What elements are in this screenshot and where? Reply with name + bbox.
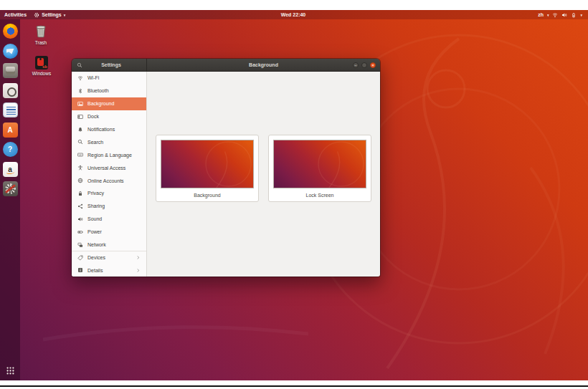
sidebar-title: Settings: [87, 62, 141, 67]
activities-button[interactable]: Activities: [4, 12, 27, 17]
gear-icon: [34, 12, 39, 18]
sidebar-item-bluetooth[interactable]: Bluetooth: [72, 85, 146, 97]
sidebar-item-search[interactable]: Search: [72, 135, 146, 148]
desktop-icon-trash[interactable]: Trash: [25, 23, 57, 45]
desktop-icon-label: Trash: [35, 40, 47, 45]
settings-window: Settings Background − × Wi-Fi Bluetooth: [72, 59, 380, 277]
chevron-right-icon: [136, 268, 141, 273]
settings-icon[interactable]: [3, 181, 18, 196]
sidebar-item-details[interactable]: Details: [72, 264, 146, 277]
page: Activities Settings ▾ Wed 22:40 zh ▾ ▾ A…: [0, 0, 588, 389]
power-icon: [77, 229, 83, 235]
sidebar-item-background[interactable]: Background: [72, 97, 146, 110]
preview-card-background[interactable]: Background: [156, 135, 259, 202]
sidebar-item-online-accounts[interactable]: Online Accounts: [72, 174, 146, 187]
wifi-icon: [552, 12, 558, 18]
desktop-icon-label: Windows: [32, 71, 51, 76]
network-icon: [77, 242, 83, 248]
search-icon[interactable]: [77, 62, 82, 68]
writer-icon[interactable]: [3, 102, 18, 117]
preview-label: Background: [194, 188, 220, 201]
desktop-wallpaper: Activities Settings ▾ Wed 22:40 zh ▾ ▾ A…: [0, 10, 588, 380]
thunderbird-icon[interactable]: [3, 44, 18, 59]
icon-badge: sb: [42, 64, 47, 69]
firefox-icon[interactable]: [3, 24, 18, 39]
separator-line: [0, 385, 588, 387]
chevron-down-icon: ▾: [64, 13, 66, 17]
sidebar-header: Settings: [72, 59, 147, 71]
wallpaper-preview: [273, 140, 366, 188]
top-bar: Activities Settings ▾ Wed 22:40 zh ▾ ▾: [0, 10, 588, 19]
sound-icon: [77, 216, 83, 222]
wallpaper-preview: [161, 140, 254, 188]
preview-card-lock-screen[interactable]: Lock Screen: [268, 135, 371, 202]
background-panel: Background Lock Screen: [147, 72, 380, 277]
sidebar-item-power[interactable]: Power: [72, 226, 146, 239]
volume-icon: [561, 12, 567, 18]
window-title: Background: [147, 62, 380, 67]
amazon-icon[interactable]: a: [3, 162, 18, 177]
chevron-down-icon: ▾: [547, 13, 549, 17]
sidebar-item-devices[interactable]: Devices: [72, 251, 146, 264]
chevron-down-icon: ▾: [580, 13, 582, 17]
trash-icon: [33, 23, 49, 39]
search-icon: [77, 139, 83, 145]
grid-icon: [6, 366, 15, 375]
rhythmbox-icon[interactable]: [3, 83, 18, 98]
files-icon[interactable]: [3, 63, 18, 78]
keyboard-icon: [77, 152, 83, 158]
privacy-icon: [77, 191, 83, 196]
sidebar-item-sharing[interactable]: Sharing: [72, 200, 146, 213]
sidebar-item-notifications[interactable]: Notifications: [72, 123, 146, 136]
ubuntu-software-icon[interactable]: A: [3, 123, 18, 138]
minimize-button[interactable]: −: [353, 62, 359, 68]
sidebar-item-wi-fi[interactable]: Wi-Fi: [72, 72, 146, 85]
sidebar-item-network[interactable]: Network: [72, 239, 146, 251]
share-icon: [77, 203, 83, 209]
details-icon: [77, 267, 83, 273]
preview-label: Lock Screen: [306, 188, 334, 201]
sidebar-item-region-language[interactable]: Region & Language: [72, 148, 146, 161]
dock: A?a: [0, 19, 20, 380]
sidebar-item-universal-access[interactable]: Universal Access: [72, 161, 146, 174]
windows-shortcut-icon: sb: [35, 56, 48, 69]
settings-sidebar: Wi-Fi Bluetooth Background Dock Notifica…: [72, 72, 147, 277]
dock-icon: [77, 114, 83, 120]
devices-icon: [77, 255, 83, 261]
chevron-right-icon: [136, 255, 141, 260]
sidebar-item-sound[interactable]: Sound: [72, 213, 146, 226]
access-icon: [77, 165, 83, 171]
wifi-icon: [77, 75, 83, 81]
bell-icon: [77, 127, 83, 133]
image-icon: [77, 101, 83, 107]
close-button[interactable]: ×: [370, 62, 376, 68]
sidebar-item-dock[interactable]: Dock: [72, 110, 146, 123]
titlebar[interactable]: Settings Background − ×: [72, 59, 380, 72]
accounts-icon: [77, 178, 83, 183]
sidebar-item-privacy[interactable]: Privacy: [72, 187, 146, 200]
input-source-indicator[interactable]: zh: [538, 12, 544, 17]
bluetooth-icon: [77, 88, 83, 94]
battery-icon: [571, 12, 577, 18]
desktop-icon-windows[interactable]: sb Windows: [26, 56, 57, 76]
clock[interactable]: Wed 22:40: [281, 12, 306, 17]
system-tray[interactable]: zh ▾ ▾: [305, 12, 588, 18]
app-menu-button[interactable]: Settings ▾: [34, 12, 65, 18]
maximize-button[interactable]: [361, 62, 367, 68]
help-icon[interactable]: ?: [3, 142, 18, 157]
show-apps-button[interactable]: [0, 366, 20, 375]
app-menu-label: Settings: [42, 12, 62, 17]
